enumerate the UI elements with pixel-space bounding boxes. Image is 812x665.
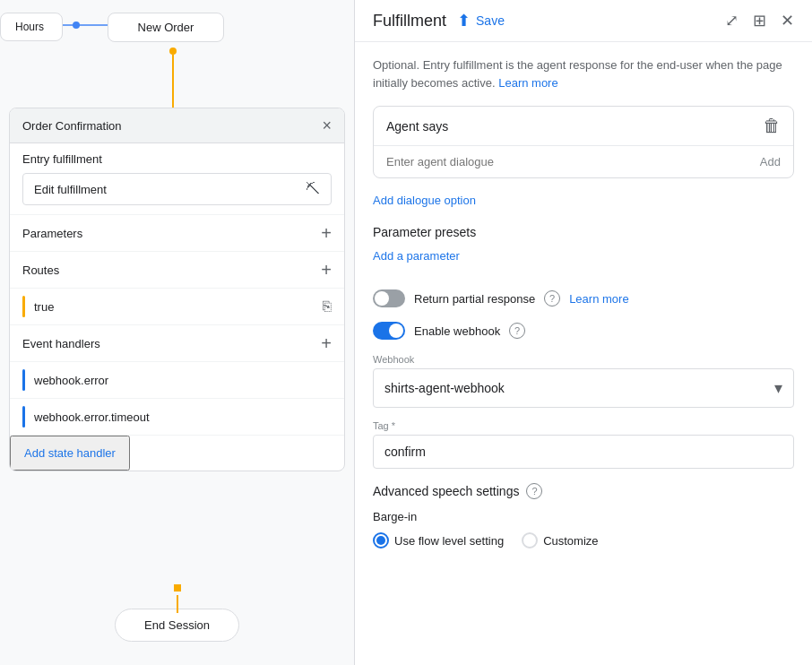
- node-hours[interactable]: Hours: [0, 13, 63, 41]
- end-session-node[interactable]: End Session: [115, 609, 239, 642]
- right-header-actions: ⤢ ⊞ ✕: [725, 11, 794, 30]
- webhook-dropdown[interactable]: shirts-agent-webhook ▾: [373, 368, 794, 408]
- order-panel: Order Confirmation × Entry fulfillment E…: [9, 108, 345, 471]
- barge-in-section: Barge-in Use flow level setting Customiz…: [373, 510, 794, 548]
- add-dialogue-option-button[interactable]: Add dialogue option: [373, 194, 476, 207]
- event-bar: [22, 369, 25, 391]
- description-text: Optional. Entry fulfillment is the agent…: [373, 56, 794, 91]
- delete-agent-says-button[interactable]: 🗑: [763, 116, 781, 136]
- route-bar: [22, 296, 25, 317]
- event-bar-2: [22, 406, 25, 428]
- resize-button[interactable]: ⊞: [753, 11, 766, 30]
- toggle-knob: [375, 291, 389, 306]
- radio-circle-flow-level: [373, 532, 389, 548]
- barge-in-flow-level-label: Use flow level setting: [394, 534, 504, 548]
- order-panel-header: Order Confirmation ×: [10, 108, 344, 143]
- enable-webhook-row: Enable webhook ?: [373, 322, 794, 340]
- orange-dot-top: [169, 48, 177, 55]
- add-route-button[interactable]: +: [321, 261, 332, 279]
- fork-icon: ⛏: [306, 181, 320, 197]
- route-item[interactable]: true ⎘: [10, 289, 344, 325]
- svg-point-1: [73, 22, 80, 29]
- event-item-webhook-timeout[interactable]: webhook.error.timeout: [10, 399, 344, 436]
- order-panel-close-button[interactable]: ×: [322, 117, 332, 134]
- edit-fulfillment-button[interactable]: Edit fulfillment ⛏: [22, 173, 332, 205]
- event-label: webhook.error: [34, 374, 108, 387]
- route-label: true: [34, 300, 314, 314]
- right-panel: Fulfillment ⬆ Save ⤢ ⊞ ✕ Optional. Entry…: [354, 0, 812, 665]
- parameters-section: Parameters +: [10, 215, 344, 252]
- radio-inner-flow-level: [376, 536, 385, 545]
- entry-fulfillment-title: Entry fulfillment: [22, 152, 332, 166]
- advanced-speech-settings-title: Advanced speech settings: [373, 484, 519, 498]
- order-panel-title: Order Confirmation: [22, 119, 122, 133]
- left-panel: Hours New Order Order Confirmation × Ent…: [0, 0, 354, 665]
- agent-says-title: Agent says: [386, 119, 448, 134]
- parameter-presets-section: Parameter presets Add a parameter: [373, 225, 794, 277]
- radio-circle-customize: [522, 532, 538, 548]
- right-panel-header: Fulfillment ⬆ Save ⤢ ⊞ ✕: [355, 0, 812, 42]
- webhook-field-label: Webhook: [373, 354, 794, 365]
- right-content: Optional. Entry fulfillment is the agent…: [355, 42, 812, 563]
- canvas-area: Hours New Order: [0, 0, 354, 117]
- routes-label: Routes: [22, 263, 59, 277]
- event-handlers-list: webhook.error webhook.error.timeout: [10, 362, 344, 436]
- orange-line-bottom: [177, 595, 178, 613]
- toggle-knob-2: [389, 324, 403, 338]
- return-partial-response-learn-more[interactable]: Learn more: [569, 292, 628, 306]
- orange-dot-bottom: [174, 584, 181, 592]
- add-dialogue-inline-button[interactable]: Add: [760, 155, 781, 168]
- barge-in-option-customize[interactable]: Customize: [522, 532, 598, 548]
- node-new-order[interactable]: New Order: [108, 13, 224, 42]
- routes-section-header: Routes +: [10, 252, 344, 289]
- chevron-down-icon: ▾: [774, 378, 782, 398]
- webhook-dropdown-value: shirts-agent-webhook: [384, 381, 505, 395]
- event-item-webhook-error[interactable]: webhook.error: [10, 362, 344, 399]
- add-event-handler-button[interactable]: +: [321, 334, 332, 352]
- orange-line: [172, 55, 174, 108]
- tag-input[interactable]: [373, 435, 794, 469]
- event-label-2: webhook.error.timeout: [34, 410, 150, 424]
- close-right-panel-button[interactable]: ✕: [781, 11, 794, 30]
- expand-button[interactable]: ⤢: [725, 11, 739, 30]
- return-partial-response-toggle[interactable]: [373, 289, 405, 307]
- enable-webhook-help-icon[interactable]: ?: [509, 323, 525, 339]
- tag-field-label: Tag *: [373, 420, 794, 431]
- routes-list: true ⎘: [10, 289, 344, 325]
- event-handlers-section-header: Event handlers +: [10, 325, 344, 362]
- parameters-label: Parameters: [22, 227, 82, 240]
- bottom-canvas: End Session: [0, 584, 354, 665]
- save-icon: ⬆: [457, 11, 471, 30]
- webhook-field-container: Webhook shirts-agent-webhook ▾: [373, 354, 794, 408]
- parameter-presets-title: Parameter presets: [373, 225, 794, 239]
- agent-says-box: Agent says 🗑 Add: [373, 106, 794, 178]
- return-partial-response-label: Return partial response: [414, 292, 535, 306]
- copy-icon: ⎘: [323, 298, 332, 315]
- event-handlers-label: Event handlers: [22, 337, 100, 350]
- entry-fulfillment-section: Entry fulfillment Edit fulfillment ⛏: [10, 143, 344, 215]
- learn-more-description-link[interactable]: Learn more: [498, 76, 557, 90]
- barge-in-option-flow-level[interactable]: Use flow level setting: [373, 532, 504, 548]
- add-parameter-link[interactable]: Add a parameter: [373, 249, 460, 263]
- advanced-speech-settings-header: Advanced speech settings ?: [373, 483, 794, 499]
- enable-webhook-label: Enable webhook: [414, 324, 500, 338]
- barge-in-radio-group: Use flow level setting Customize: [373, 532, 794, 548]
- return-partial-response-row: Return partial response ? Learn more: [373, 289, 794, 307]
- enable-webhook-toggle[interactable]: [373, 322, 405, 340]
- barge-in-title: Barge-in: [373, 510, 794, 523]
- right-panel-title: Fulfillment: [373, 12, 446, 30]
- add-state-handler-link[interactable]: Add state handler: [10, 436, 130, 471]
- advanced-speech-settings-help-icon[interactable]: ?: [526, 483, 542, 499]
- add-parameter-button[interactable]: +: [321, 224, 332, 242]
- barge-in-customize-label: Customize: [543, 534, 598, 548]
- agent-says-input-row: Add: [374, 146, 793, 177]
- agent-dialogue-input[interactable]: [386, 155, 751, 168]
- tag-field-container: Tag *: [373, 420, 794, 469]
- agent-says-header: Agent says 🗑: [374, 107, 793, 146]
- return-partial-response-help-icon[interactable]: ?: [544, 290, 560, 307]
- right-header-left: Fulfillment ⬆ Save: [373, 11, 505, 30]
- save-button[interactable]: ⬆ Save: [457, 11, 505, 30]
